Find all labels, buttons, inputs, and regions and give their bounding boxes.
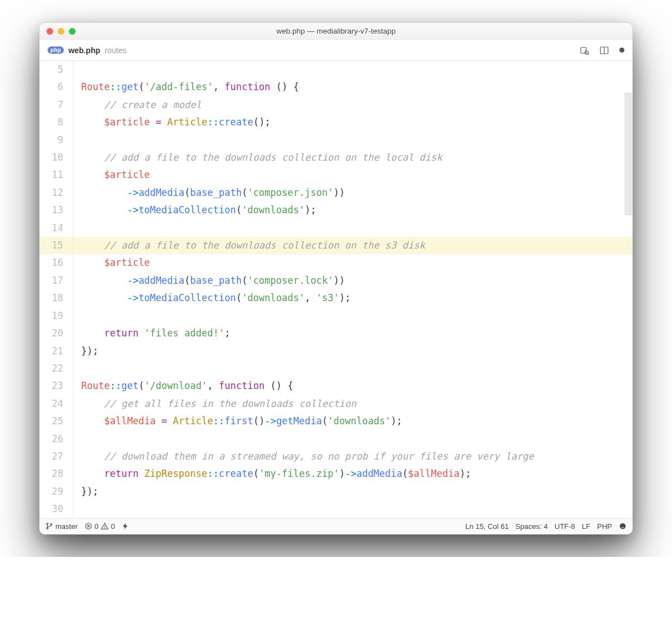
svg-point-7 (50, 524, 52, 526)
line-number[interactable]: 26 (40, 430, 73, 448)
line-content[interactable]: ->addMedia(base_path('composer.json')) (73, 184, 632, 201)
code-editor[interactable]: 5 6Route::get('/add-files', function () … (40, 61, 632, 518)
git-branch[interactable]: master (45, 522, 78, 531)
line-content[interactable]: ->toMediaCollection('downloads'); (73, 201, 632, 219)
problems[interactable]: 0 0 (85, 522, 115, 531)
code-line[interactable]: 9 (40, 132, 632, 149)
code-line[interactable]: 13 ->toMediaCollection('downloads'); (40, 201, 632, 219)
line-number[interactable]: 27 (40, 448, 73, 465)
code-line[interactable]: 7 // create a model (40, 96, 632, 114)
line-content[interactable]: }); (73, 483, 632, 500)
close-window-button[interactable] (46, 28, 53, 35)
code-line[interactable]: 12 ->addMedia(base_path('composer.json')… (40, 184, 632, 201)
line-content[interactable]: $article (73, 254, 632, 271)
line-content[interactable]: return ZipResponse::create('my-files.zip… (73, 465, 632, 482)
code-line[interactable]: 5 (40, 61, 632, 78)
scrollbar-thumb[interactable] (624, 92, 632, 215)
line-number[interactable]: 22 (40, 360, 73, 377)
line-content[interactable]: ->toMediaCollection('downloads', 's3'); (73, 289, 632, 307)
indentation[interactable]: Spaces: 4 (515, 522, 548, 531)
line-content[interactable]: // download them in a streamed way, so n… (73, 448, 632, 465)
line-number[interactable]: 10 (40, 149, 73, 166)
line-number[interactable]: 21 (40, 343, 73, 360)
feedback-icon[interactable] (619, 522, 627, 530)
line-content[interactable]: // add a file to the downloads collectio… (73, 149, 632, 166)
code-line[interactable]: 8 $article = Article::create(); (40, 114, 632, 131)
line-content[interactable]: Route::get('/add-files', function () { (73, 78, 632, 96)
code-line[interactable]: 18 ->toMediaCollection('downloads', 's3'… (40, 289, 632, 307)
action-indicator[interactable] (122, 522, 129, 530)
line-number[interactable]: 9 (40, 132, 73, 149)
line-number[interactable]: 29 (40, 483, 73, 500)
maximize-window-button[interactable] (69, 28, 76, 35)
line-number[interactable]: 30 (40, 500, 73, 518)
code-line[interactable]: 28 return ZipResponse::create('my-files.… (40, 465, 632, 482)
preview-icon[interactable] (579, 45, 589, 55)
line-number[interactable]: 19 (40, 307, 73, 325)
line-content[interactable]: // create a model (73, 96, 632, 114)
line-content[interactable]: // add a file to the downloads collectio… (73, 237, 632, 254)
minimize-window-button[interactable] (58, 28, 64, 35)
line-number[interactable]: 5 (40, 61, 73, 78)
code-line[interactable]: 20 return 'files added!'; (40, 325, 632, 342)
tab-filename: web.php (68, 46, 100, 55)
line-number[interactable]: 7 (40, 96, 73, 114)
line-number[interactable]: 8 (40, 114, 73, 131)
cursor-position[interactable]: Ln 15, Col 61 (465, 522, 508, 531)
line-number[interactable]: 25 (40, 413, 73, 430)
code-line[interactable]: 22 (40, 360, 632, 377)
code-line[interactable]: 21}); (40, 343, 632, 360)
line-content[interactable]: $article (73, 166, 632, 184)
line-content[interactable]: $article = Article::create(); (73, 114, 632, 131)
code-line[interactable]: 27 // download them in a streamed way, s… (40, 448, 632, 465)
line-content[interactable]: $allMedia = Article::first()->getMedia('… (73, 413, 632, 430)
line-number[interactable]: 12 (40, 184, 73, 201)
line-number[interactable]: 28 (40, 465, 73, 482)
language-mode[interactable]: PHP (597, 522, 612, 531)
line-content[interactable]: }); (73, 343, 632, 360)
line-number[interactable]: 11 (40, 166, 73, 184)
line-content[interactable] (73, 500, 632, 518)
code-line[interactable]: 17 ->addMedia(base_path('composer.lock')… (40, 272, 632, 289)
line-content[interactable] (73, 61, 632, 78)
line-number[interactable]: 14 (40, 219, 73, 237)
line-number[interactable]: 20 (40, 325, 73, 342)
code-line[interactable]: 6Route::get('/add-files', function () { (40, 78, 632, 96)
line-number[interactable]: 13 (40, 201, 73, 219)
code-line[interactable]: 16 $article (40, 254, 632, 271)
code-line[interactable]: 29}); (40, 483, 632, 500)
line-number[interactable]: 18 (40, 289, 73, 307)
code-line[interactable]: 10 // add a file to the downloads collec… (40, 149, 632, 166)
line-content[interactable]: ->addMedia(base_path('composer.lock')) (73, 272, 632, 289)
eol[interactable]: LF (582, 522, 590, 531)
line-content[interactable] (73, 219, 632, 237)
line-content[interactable]: Route::get('/download', function () { (73, 377, 632, 395)
code-line[interactable]: 26 (40, 430, 632, 448)
code-line[interactable]: 14 (40, 219, 632, 237)
line-number[interactable]: 23 (40, 377, 73, 395)
code-line[interactable]: 25 $allMedia = Article::first()->getMedi… (40, 413, 632, 430)
line-content[interactable]: return 'files added!'; (73, 325, 632, 342)
code-line[interactable]: 23Route::get('/download', function () { (40, 377, 632, 395)
active-tab[interactable]: php web.php routes (48, 46, 127, 55)
line-number[interactable]: 17 (40, 272, 73, 289)
modified-indicator-icon[interactable] (619, 48, 624, 53)
line-content[interactable]: // get all files in the downloads collec… (73, 395, 632, 413)
line-number[interactable]: 16 (40, 254, 73, 271)
code-line[interactable]: 11 $article (40, 166, 632, 184)
split-editor-icon[interactable] (599, 45, 609, 55)
encoding[interactable]: UTF-8 (554, 522, 575, 531)
line-content[interactable] (73, 360, 632, 377)
line-content[interactable] (73, 430, 632, 448)
tab-path: routes (105, 46, 127, 55)
line-number[interactable]: 6 (40, 78, 73, 96)
line-content[interactable] (73, 307, 632, 325)
svg-point-13 (620, 523, 626, 529)
code-line[interactable]: 30 (40, 500, 632, 518)
line-content[interactable] (73, 132, 632, 149)
code-line[interactable]: 15 // add a file to the downloads collec… (40, 237, 632, 254)
line-number[interactable]: 15 (40, 237, 73, 254)
code-line[interactable]: 24 // get all files in the downloads col… (40, 395, 632, 413)
line-number[interactable]: 24 (40, 395, 73, 413)
code-line[interactable]: 19 (40, 307, 632, 325)
